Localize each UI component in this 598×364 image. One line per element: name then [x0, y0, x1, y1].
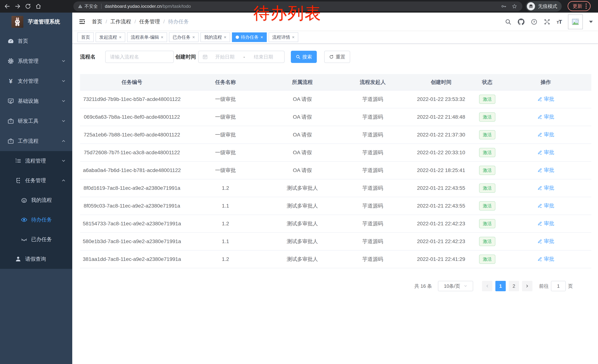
tab-done-tasks[interactable]: 已办任务× [169, 32, 199, 42]
approve-link[interactable]: 审批 [537, 131, 554, 138]
cell-status: 激活 [474, 162, 500, 179]
edit-pen-icon [537, 203, 542, 208]
font-size-icon[interactable]: TT [557, 19, 562, 25]
sidebar-item-done-tasks[interactable]: 已办任务 [0, 230, 72, 249]
breadcrumb-home[interactable]: 首页 [92, 18, 102, 25]
edit-pen-icon [537, 168, 542, 173]
cell-create-time: 2022-01-22 20:33:10 [408, 144, 474, 162]
status-badge: 激活 [479, 148, 495, 157]
sidebar-item-label: 支付管理 [18, 78, 39, 85]
approve-link[interactable]: 审批 [537, 149, 554, 156]
page-button-1[interactable]: 1 [495, 281, 506, 291]
sidebar: 芋道管理系统 首页 系统管理 ¥ 支付管理 基础设施 [0, 13, 72, 364]
breadcrumb-current: 待办任务 [168, 18, 189, 25]
cell-initiator: 芋道源码 [338, 233, 408, 250]
sidebar-item-process-management[interactable]: 流程管理 [0, 151, 72, 171]
approve-link[interactable]: 审批 [537, 184, 554, 191]
github-icon[interactable] [518, 18, 524, 25]
end-date-placeholder[interactable]: 结束日期 [246, 54, 281, 60]
sidebar-item-home[interactable]: 首页 [0, 31, 72, 51]
sidebar-item-dev-tools[interactable]: 研发工具 [0, 111, 72, 131]
table-row: 75d72608-7b7f-11ec-a3c8-acde48001122 一级审… [80, 144, 591, 162]
close-icon[interactable]: × [292, 35, 295, 40]
goto-page-input[interactable] [551, 281, 566, 291]
page-button-2[interactable]: 2 [509, 281, 519, 291]
approve-link[interactable]: 审批 [537, 96, 554, 103]
cell-initiator: 芋道源码 [338, 215, 408, 233]
sidebar-item-leave-query[interactable]: 请假查询 [0, 249, 72, 269]
approve-link[interactable]: 审批 [537, 113, 554, 120]
sidebar-item-system[interactable]: 系统管理 [0, 51, 72, 71]
filter-form: 流程名 创建时间 开始日期 - 结束日期 搜索 [80, 51, 591, 63]
cell-initiator: 芋道源码 [338, 126, 408, 144]
fullscreen-icon[interactable] [544, 18, 550, 25]
bookmark-star-icon[interactable] [512, 4, 517, 9]
close-icon[interactable]: × [192, 35, 195, 40]
cell-initiator: 芋道源码 [338, 90, 408, 108]
start-date-placeholder[interactable]: 开始日期 [208, 54, 242, 60]
cell-task-name: 1.2 [184, 250, 267, 268]
sidebar-item-workflow[interactable]: 工作流程 [0, 131, 72, 151]
sidebar-item-infrastructure[interactable]: 基础设施 [0, 91, 72, 111]
sidebar-item-task-management[interactable]: 任务管理 [0, 171, 72, 190]
close-icon[interactable]: × [161, 35, 163, 40]
content: 流程名 创建时间 开始日期 - 结束日期 搜索 [72, 44, 598, 291]
table-header-row: 任务编号 任务名称 所属流程 流程发起人 创建时间 状态 操作 [80, 74, 591, 90]
sidebar-collapse-icon[interactable] [79, 18, 86, 25]
tab-start-process[interactable]: 发起流程× [96, 32, 125, 42]
cell-task-id: 58154733-7ac8-11ec-a9e2-a2380e71991a [80, 215, 184, 233]
sidebar-item-payment[interactable]: ¥ 支付管理 [0, 71, 72, 91]
cell-actions: 审批 [500, 250, 591, 268]
next-page-button[interactable] [522, 281, 532, 291]
eye-closed-icon [21, 236, 27, 243]
update-label[interactable]: 更新 [573, 3, 582, 9]
close-icon[interactable]: × [224, 35, 226, 40]
url-bar[interactable]: 不安全 dashboard.yudao.iocoder.cn/bpm/task/… [73, 1, 523, 11]
approve-link[interactable]: 审批 [537, 238, 554, 245]
close-icon[interactable]: × [260, 35, 263, 40]
approve-link[interactable]: 审批 [537, 202, 554, 209]
security-label[interactable]: 不安全 [84, 3, 98, 9]
password-key-icon[interactable] [501, 4, 507, 9]
approve-link[interactable]: 审批 [537, 167, 554, 174]
breadcrumb-task-management[interactable]: 任务管理 [139, 18, 160, 25]
sidebar-item-my-processes[interactable]: 我的流程 [0, 190, 72, 210]
search-button[interactable]: 搜索 [291, 51, 317, 63]
workflow-submenu: 流程管理 任务管理 我的流程 待办任务 [0, 151, 72, 269]
process-name-input[interactable] [105, 51, 174, 63]
approve-link[interactable]: 审批 [537, 256, 554, 263]
search-icon[interactable] [505, 18, 512, 25]
browser-menu-icon[interactable] [586, 4, 587, 9]
logo-band[interactable]: 芋道管理系统 [0, 13, 72, 31]
sidebar-item-label: 系统管理 [18, 57, 39, 65]
date-range-picker[interactable]: 开始日期 - 结束日期 [198, 51, 284, 63]
breadcrumb-workflow[interactable]: 工作流程 [110, 18, 131, 25]
tab-my-processes[interactable]: 我的流程× [200, 32, 230, 42]
tab-home[interactable]: 首页 [77, 32, 94, 42]
close-icon[interactable]: × [119, 35, 122, 40]
tab-todo-tasks[interactable]: 待办任务× [232, 32, 267, 42]
avatar[interactable] [568, 15, 583, 29]
forward-icon[interactable] [15, 3, 21, 9]
cell-task-name: 一级审批 [184, 126, 267, 144]
approve-link[interactable]: 审批 [537, 220, 554, 227]
sidebar-item-todo-tasks[interactable]: 待办任务 [0, 210, 72, 230]
caret-down-icon[interactable] [589, 21, 593, 23]
reload-icon[interactable] [25, 3, 31, 9]
cell-initiator: 芋道源码 [338, 108, 408, 126]
cell-task-id: 73211d9d-7b9b-11ec-b5b7-acde48001122 [80, 90, 184, 108]
cell-initiator: 芋道源码 [338, 179, 408, 197]
tab-process-form-edit[interactable]: 流程表单-编辑× [127, 32, 167, 42]
help-icon[interactable]: ? [531, 18, 537, 25]
status-badge: 激活 [479, 255, 495, 264]
chevron-up-icon [61, 178, 66, 183]
page-size-select[interactable]: 10条/页 [438, 281, 473, 291]
tab-process-detail[interactable]: 流程详情× [269, 32, 298, 42]
sidebar-item-label: 待办任务 [31, 216, 52, 223]
reset-button[interactable]: 重置 [324, 51, 350, 63]
col-task-name: 任务名称 [184, 74, 267, 90]
prev-page-button[interactable] [482, 281, 492, 291]
back-icon[interactable] [4, 3, 10, 9]
update-button[interactable]: 更新 [568, 1, 590, 11]
home-icon[interactable] [35, 3, 42, 9]
